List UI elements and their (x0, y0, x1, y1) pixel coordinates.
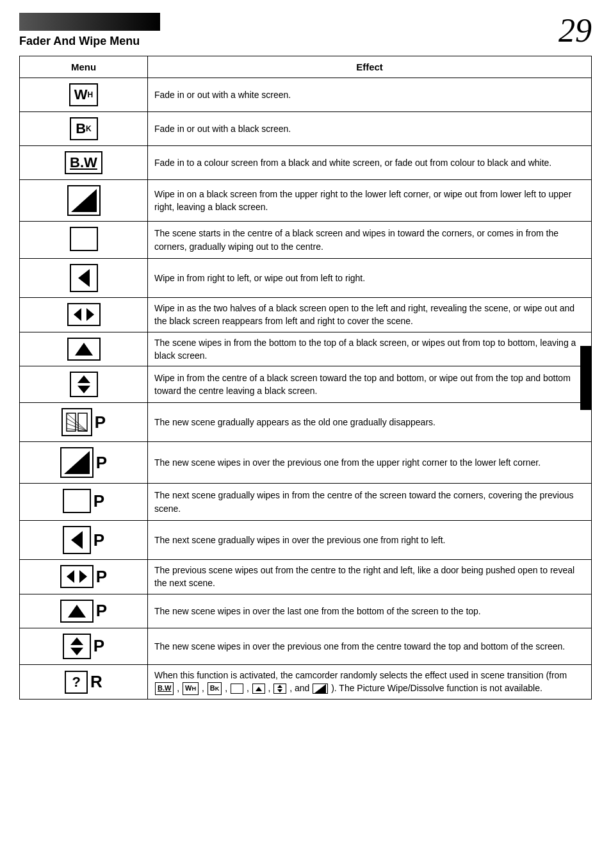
arrow-left-icon (70, 264, 98, 292)
p-label-4: P (94, 530, 104, 550)
icon-cell-random: ? R (20, 664, 148, 700)
icon-cell-arrow-up (20, 332, 148, 366)
table-row: B.W Fade in to a colour screen from a bl… (20, 146, 592, 180)
arrow-up-inline-icon (252, 684, 265, 694)
fader-wipe-table: Menu Effect WH Fade in or out with a whi… (19, 56, 592, 700)
down-arrow-small (77, 386, 90, 393)
right-half-arrow (86, 308, 94, 321)
effect-square-wipe: The scene starts in the centre of a blac… (148, 222, 592, 259)
arrow-both-p-container: P (60, 565, 107, 588)
effect-arrow-up-down: Wipe in from the centre of a black scree… (148, 366, 592, 403)
page-title: Fader And Wipe Menu (19, 35, 592, 48)
p-label: P (95, 413, 106, 432)
svg-marker-7 (64, 451, 90, 474)
effect-arrow-both: Wipe in as the two halves of a black scr… (148, 298, 592, 332)
table-row: Wipe in from right to left, or wipe out … (20, 259, 592, 298)
wh-icon: WH (69, 83, 98, 106)
arrow-left-p-icon (63, 526, 91, 554)
effect-arrow-up-p: The new scene wipes in over the last one… (148, 594, 592, 628)
effect-wh: Fade in or out with a white screen. (148, 78, 592, 112)
page-number: 29 (558, 12, 592, 49)
both-arrows-p-shape (67, 570, 87, 583)
icon-cell-arrow-both-p: P (20, 560, 148, 594)
svg-rect-1 (67, 413, 76, 431)
corner-wipe-p-icon (60, 447, 94, 478)
question-icon: ? (65, 671, 88, 694)
dissolve-icon (61, 408, 92, 436)
p-label-7: P (94, 636, 104, 656)
icon-cell-dissolve-p: P (20, 403, 148, 442)
table-row: P The previous scene wipes out from the … (20, 560, 592, 594)
arrow-left-p-container: P (63, 526, 104, 554)
header-gradient-bar (19, 13, 160, 31)
arrow-up-down-p-icon (63, 634, 91, 659)
bw-icon: B.W (65, 151, 102, 174)
icon-cell-arrow-up-down-p: P (20, 628, 148, 664)
icon-cell-corner-wipe-p: P (20, 442, 148, 484)
bk-inline-icon: BK (208, 682, 222, 695)
p-label-6: P (96, 601, 107, 621)
table-row: Wipe in as the two halves of a black scr… (20, 298, 592, 332)
dissolve-svg (65, 412, 88, 432)
p-label-5: P (96, 567, 107, 587)
left-half-arrow-p (67, 570, 74, 583)
arrow-up-p-container: P (60, 600, 107, 623)
arrow-up-icon (67, 338, 101, 361)
effect-dissolve-p: The new scene gradually appears as the o… (148, 403, 592, 442)
r-label: R (90, 672, 102, 692)
arrow-updown-inline-icon (273, 684, 286, 694)
icon-cell-wh: WH (20, 78, 148, 112)
effect-arrow-up-down-p: The new scene wipes in over the previous… (148, 628, 592, 664)
arrow-both-p-icon (60, 565, 94, 588)
effect-arrow-both-p: The previous scene wipes out from the ce… (148, 560, 592, 594)
random-container: ? R (65, 671, 102, 694)
table-row: P The new scene gradually appears as the… (20, 403, 592, 442)
table-row: BK Fade in or out with a black screen. (20, 112, 592, 146)
arrow-up-p-icon (60, 600, 94, 623)
effect-square-wipe-p: The next scene gradually wipes in from t… (148, 484, 592, 521)
square-wipe-icon (70, 227, 98, 251)
col-menu-header: Menu (20, 56, 148, 78)
table-row: ? R When this function is activated, the… (20, 664, 592, 700)
effect-bw: Fade in to a colour screen from a black … (148, 146, 592, 180)
icon-cell-corner-wipe (20, 180, 148, 222)
table-row: The scene starts in the centre of a blac… (20, 222, 592, 259)
corner-inline-svg (314, 684, 326, 693)
corner-wipe-icon (67, 185, 101, 216)
icon-cell-arrow-left-p: P (20, 521, 148, 560)
and-text: and (295, 683, 309, 693)
square-wipe-p-container: P (63, 489, 104, 513)
both-arrows-shape (74, 308, 94, 321)
right-half-arrow-p (79, 570, 87, 583)
icon-cell-bk: BK (20, 112, 148, 146)
effect-arrow-left-p: The next scene gradually wipes in over t… (148, 521, 592, 560)
p-label-3: P (94, 491, 104, 511)
table-row: Wipe in on a black screen from the upper… (20, 180, 592, 222)
table-row: P The new scene wipes in over the previo… (20, 442, 592, 484)
corner-inline-icon (313, 684, 328, 694)
p-label-2: P (96, 453, 107, 473)
effect-arrow-up: The scene wipes in from the bottom to th… (148, 332, 592, 366)
up-arrow-small-p (70, 637, 83, 645)
dissolve-p-container: P (61, 408, 106, 436)
icon-cell-arrow-both (20, 298, 148, 332)
table-row: WH Fade in or out with a white screen. (20, 78, 592, 112)
svg-marker-8 (314, 684, 326, 693)
table-row: Wipe in from the centre of a black scree… (20, 366, 592, 403)
bk-icon: BK (70, 117, 98, 140)
svg-line-3 (67, 413, 87, 431)
icon-cell-square-wipe (20, 222, 148, 259)
left-arrow-shape-p (71, 531, 83, 549)
bw-inline-icon: B.W (155, 682, 174, 695)
table-row: P The new scene wipes in over the last o… (20, 594, 592, 628)
table-row: P The next scene gradually wipes in over… (20, 521, 592, 560)
arrow-up-down-p-container: P (63, 634, 104, 659)
wh-inline-icon: WH (183, 682, 199, 695)
table-row: P The next scene gradually wipes in from… (20, 484, 592, 521)
table-row: The scene wipes in from the bottom to th… (20, 332, 592, 366)
up-arrow-shape (75, 343, 93, 356)
up-arrow-shape-p (68, 605, 86, 618)
icon-cell-square-wipe-p: P (20, 484, 148, 521)
up-arrow-small (77, 375, 90, 383)
corner-wipe-p-container: P (60, 447, 107, 478)
